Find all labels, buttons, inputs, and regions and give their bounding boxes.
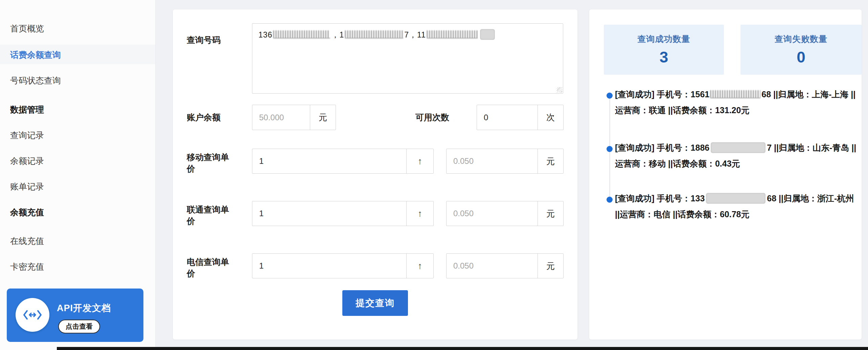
entry-balance: 60.78元 bbox=[720, 209, 750, 219]
phone-numbers-textarea[interactable]: 136，17，11 bbox=[252, 23, 563, 94]
mobile-price-input[interactable] bbox=[453, 156, 538, 166]
entry-status: [查询成功] bbox=[615, 90, 657, 99]
redacted-digits bbox=[710, 90, 760, 98]
entry-phone-label: 手机号： bbox=[657, 194, 691, 203]
sidebar-item-bill-records[interactable]: 账单记录 bbox=[10, 181, 44, 192]
unicom-price-label: 联通查询单价 bbox=[187, 204, 231, 227]
entry-region-label: ||归属地： bbox=[771, 90, 812, 99]
failure-count-value: 0 bbox=[797, 48, 805, 66]
api-docs-title: API开发文档 bbox=[57, 302, 111, 314]
phone-numbers-label: 查询号码 bbox=[187, 34, 221, 46]
mobile-count-field: ↑ bbox=[252, 149, 434, 174]
result-entry: [查询成功] 手机号：18867 ||归属地：山东-青岛 ||运营商：移动 ||… bbox=[615, 140, 856, 172]
entry-region: 上海-上海 bbox=[812, 90, 848, 99]
result-entry: [查询成功] 手机号：156168 ||归属地：上海-上海 ||运营商：联通 |… bbox=[615, 86, 856, 118]
entry-phone-prefix: 133 bbox=[691, 194, 705, 203]
account-balance-label: 账户余额 bbox=[187, 111, 221, 123]
entry-carrier: 电信 bbox=[654, 209, 670, 219]
mobile-price-label: 移动查询单价 bbox=[187, 151, 231, 174]
sidebar-item-online-recharge[interactable]: 在线充值 bbox=[10, 235, 44, 247]
unicom-price-input[interactable] bbox=[453, 208, 538, 219]
sidebar-item-query-records[interactable]: 查询记录 bbox=[10, 130, 44, 141]
sidebar-item-balance-query[interactable]: 话费余额查询 bbox=[10, 49, 61, 60]
sidebar-item-card-recharge[interactable]: 卡密充值 bbox=[10, 261, 44, 272]
entry-carrier-label: ||运营商： bbox=[615, 209, 654, 219]
entry-phone-prefix: 1561 bbox=[691, 90, 710, 99]
account-balance-input[interactable] bbox=[258, 112, 310, 123]
textarea-resize-handle[interactable] bbox=[557, 87, 562, 93]
entry-status: [查询成功] bbox=[615, 194, 657, 203]
phone-part: ，1 bbox=[331, 30, 344, 39]
account-balance-field: 元 bbox=[252, 105, 336, 130]
telecom-count-input[interactable] bbox=[258, 261, 406, 271]
sidebar: 首页概览 话费余额查询 号码状态查询 数据管理 查询记录 余额记录 账单记录 余… bbox=[0, 0, 156, 350]
submit-query-button[interactable]: 提交查询 bbox=[342, 290, 408, 316]
unicom-price-field: 元 bbox=[446, 201, 564, 226]
stepper-up-icon[interactable]: ↑ bbox=[406, 149, 433, 173]
redacted-box bbox=[711, 142, 766, 153]
redacted-digits bbox=[345, 30, 403, 39]
results-panel: 查询成功数量 3 查询失败数量 0 [查询成功] 手机号：156168 ||归属… bbox=[589, 9, 862, 340]
entry-balance-label: ||话费余额： bbox=[670, 209, 720, 219]
timeline-bullet bbox=[607, 197, 613, 203]
unit-times: 次 bbox=[538, 105, 563, 130]
entry-region-label: ||归属地： bbox=[776, 194, 817, 203]
entry-carrier: 联通 bbox=[649, 105, 666, 115]
entry-balance-label: ||话费余额： bbox=[666, 159, 715, 168]
entry-phone-label: 手机号： bbox=[657, 90, 691, 99]
phone-part: 7，11 bbox=[404, 30, 426, 39]
stepper-up-icon[interactable]: ↑ bbox=[406, 201, 433, 226]
unit-yuan: 元 bbox=[538, 201, 563, 226]
unit-yuan: 元 bbox=[538, 254, 563, 278]
failure-count-card: 查询失败数量 0 bbox=[740, 25, 862, 75]
redacted-box bbox=[480, 29, 495, 40]
entry-phone-prefix: 1886 bbox=[691, 143, 710, 152]
telecom-price-input[interactable] bbox=[453, 261, 538, 271]
available-times-label: 可用次数 bbox=[415, 111, 449, 123]
code-arrows-icon bbox=[16, 298, 49, 332]
mobile-price-field: 元 bbox=[446, 149, 564, 174]
unit-yuan: 元 bbox=[538, 149, 563, 173]
sidebar-item-balance-records[interactable]: 余额记录 bbox=[10, 155, 44, 167]
entry-phone-label: 手机号： bbox=[657, 143, 691, 152]
stepper-up-icon[interactable]: ↑ bbox=[406, 254, 433, 278]
api-docs-view-button[interactable]: 点击查看 bbox=[58, 320, 100, 333]
redacted-digits bbox=[427, 30, 478, 39]
entry-phone-suffix: 68 bbox=[767, 194, 776, 203]
available-times-field: 次 bbox=[477, 105, 564, 130]
sidebar-item-home[interactable]: 首页概览 bbox=[10, 23, 44, 34]
entry-balance: 0.43元 bbox=[715, 159, 740, 168]
timeline-bullet bbox=[607, 146, 613, 152]
available-times-input[interactable] bbox=[483, 112, 538, 123]
entry-balance-label: ||话费余额： bbox=[666, 105, 715, 115]
entry-region: 山东-青岛 bbox=[813, 143, 849, 152]
redacted-box bbox=[706, 193, 766, 204]
success-count-label: 查询成功数量 bbox=[638, 33, 690, 45]
entry-region: 浙江-杭州 bbox=[817, 194, 854, 203]
telecom-price-label: 电信查询单价 bbox=[187, 256, 231, 279]
unit-yuan: 元 bbox=[310, 105, 336, 130]
result-entry: [查询成功] 手机号：13368 ||归属地：浙江-杭州 ||运营商：电信 ||… bbox=[615, 191, 856, 222]
redacted-digits bbox=[273, 30, 330, 39]
timeline-bullet bbox=[607, 93, 613, 99]
sidebar-section-data: 数据管理 bbox=[10, 104, 44, 115]
api-docs-card[interactable]: API开发文档 点击查看 bbox=[7, 289, 143, 342]
sidebar-section-recharge: 余额充值 bbox=[10, 207, 44, 218]
mobile-count-input[interactable] bbox=[258, 156, 406, 166]
success-count-card: 查询成功数量 3 bbox=[604, 25, 724, 75]
query-form-card: 查询号码 136，17，11 账户余额 元 可用次数 次 移动查询单价 ↑ 元 … bbox=[173, 9, 577, 340]
entry-phone-suffix: 7 bbox=[767, 143, 772, 152]
unicom-count-field: ↑ bbox=[252, 201, 434, 226]
entry-region-label: ||归属地： bbox=[772, 143, 813, 152]
success-count-value: 3 bbox=[660, 48, 668, 66]
entry-balance: 131.20元 bbox=[715, 105, 749, 115]
entry-phone-suffix: 68 bbox=[761, 90, 771, 99]
bottom-edge-bar bbox=[57, 347, 868, 350]
telecom-count-field: ↑ bbox=[252, 253, 434, 278]
phone-part: 136 bbox=[258, 30, 272, 39]
failure-count-label: 查询失败数量 bbox=[775, 33, 827, 45]
unicom-count-input[interactable] bbox=[258, 208, 406, 219]
entry-status: [查询成功] bbox=[615, 143, 657, 152]
sidebar-item-number-status[interactable]: 号码状态查询 bbox=[10, 75, 61, 86]
entry-carrier: 移动 bbox=[649, 159, 666, 168]
